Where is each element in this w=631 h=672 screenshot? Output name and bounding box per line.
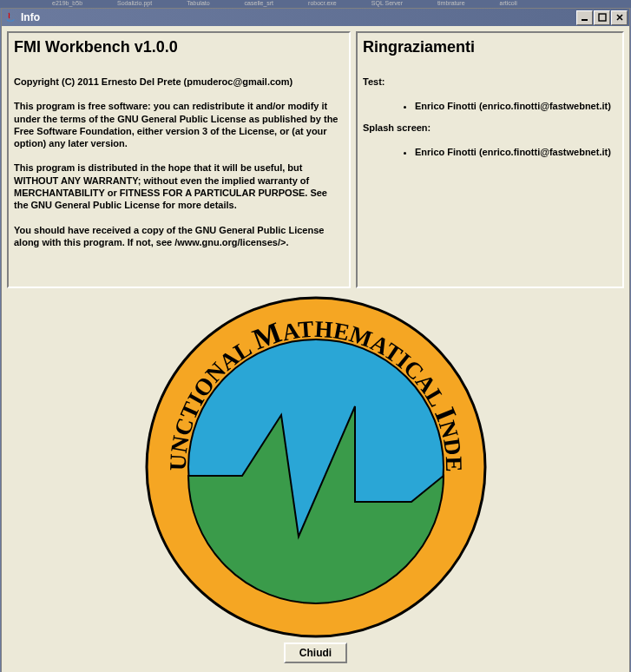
close-button[interactable]: Chiudi xyxy=(284,642,347,663)
about-panel: FMI Workbench v1.0.0 Copyright (C) 2011 … xyxy=(7,31,351,288)
copyright-text: Copyright (C) 2011 Ernesto Del Prete (pm… xyxy=(14,76,344,88)
test-label: Test: xyxy=(363,76,617,88)
credits-title: Ringraziamenti xyxy=(363,38,617,56)
license-paragraph-1: This program is free software: you can r… xyxy=(14,100,344,149)
window-title: Info xyxy=(21,11,576,23)
maximize-button[interactable] xyxy=(594,10,610,25)
svg-rect-1 xyxy=(599,14,606,21)
window-content: FMI Workbench v1.0.0 Copyright (C) 2011 … xyxy=(2,26,629,672)
fmi-logo: FUNCTIONAL MATHEMATICAL INDEX xyxy=(142,293,490,641)
license-paragraph-2: This program is distributed in the hope … xyxy=(14,161,344,211)
close-window-button[interactable] xyxy=(611,10,628,25)
credits-panel: Ringraziamenti Test: Enrico Finotti (enr… xyxy=(356,31,624,288)
test-credit: Enrico Finotti (enrico.finotti@fastwebne… xyxy=(415,100,617,112)
splash-credit: Enrico Finotti (enrico.finotti@fastwebne… xyxy=(415,146,617,158)
license-paragraph-3: You should have received a copy of the G… xyxy=(14,224,344,249)
desktop-taskbar: e219b_b5bSodalizio.pptTabulatocaselle_sr… xyxy=(0,0,631,8)
splash-label: Splash screen: xyxy=(363,122,617,134)
java-icon xyxy=(3,10,17,24)
info-window: Info FMI Workbench v1.0.0 Copyright (C) … xyxy=(1,8,630,672)
logo-area: FUNCTIONAL MATHEMATICAL INDEX xyxy=(7,288,624,642)
minimize-button[interactable] xyxy=(576,10,593,25)
svg-rect-0 xyxy=(582,19,588,21)
app-title: FMI Workbench v1.0.0 xyxy=(14,38,344,56)
titlebar: Info xyxy=(2,9,629,26)
